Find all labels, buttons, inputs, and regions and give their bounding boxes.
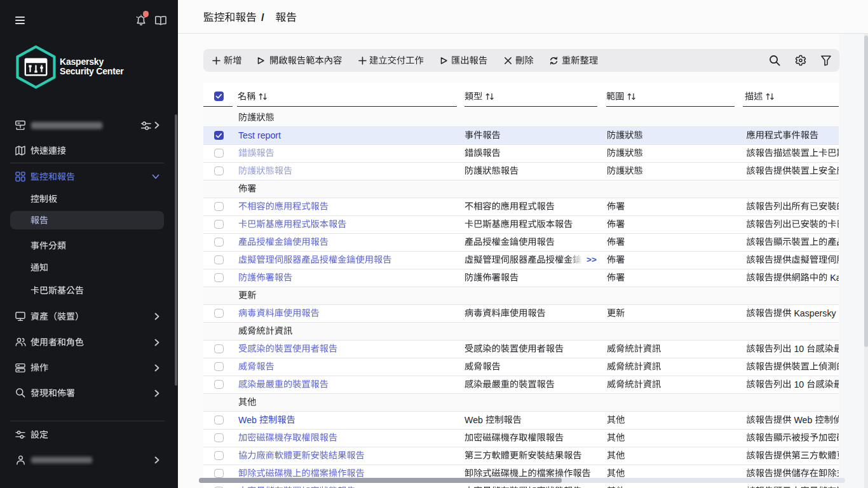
svg-text:/: / [261,11,264,24]
